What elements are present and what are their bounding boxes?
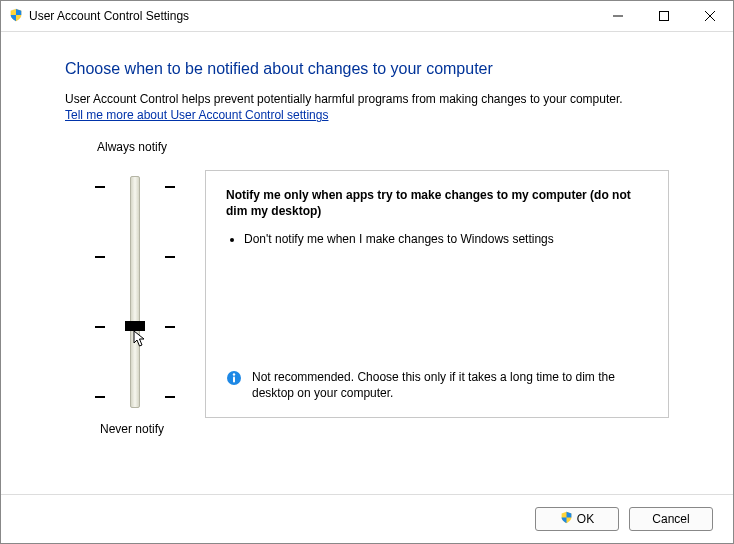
page-description: User Account Control helps prevent poten…: [65, 92, 689, 106]
level-note: Not recommended. Choose this only if it …: [226, 369, 648, 401]
level-description-panel: Notify me only when apps try to make cha…: [205, 170, 669, 418]
page-heading: Choose when to be notified about changes…: [65, 60, 689, 78]
learn-more-link[interactable]: Tell me more about User Account Control …: [65, 108, 328, 122]
slider-track: [130, 176, 140, 408]
content-area: Choose when to be notified about changes…: [1, 32, 733, 436]
level-bullet-item: Don't notify me when I make changes to W…: [244, 231, 648, 247]
dialog-footer: OK Cancel: [1, 494, 733, 543]
svg-rect-1: [660, 12, 669, 21]
level-bullet-list: Don't notify me when I make changes to W…: [244, 231, 648, 247]
cancel-button-label: Cancel: [652, 512, 689, 526]
svg-point-5: [233, 373, 235, 375]
uac-settings-window: User Account Control Settings Choose whe…: [0, 0, 734, 544]
uac-shield-icon: [9, 8, 23, 25]
slider-thumb[interactable]: [125, 321, 145, 331]
notification-level-slider[interactable]: [65, 168, 205, 416]
slider-tick: [65, 256, 205, 258]
info-icon: [226, 370, 242, 390]
window-title: User Account Control Settings: [29, 9, 189, 23]
ok-button-label: OK: [577, 512, 594, 526]
minimize-button[interactable]: [595, 1, 641, 31]
slider-tick: [65, 396, 205, 398]
maximize-button[interactable]: [641, 1, 687, 31]
level-title: Notify me only when apps try to make cha…: [226, 187, 648, 219]
slider-label-always: Always notify: [59, 140, 205, 154]
titlebar: User Account Control Settings: [1, 1, 733, 32]
ok-button[interactable]: OK: [535, 507, 619, 531]
uac-shield-icon: [560, 511, 573, 527]
cancel-button[interactable]: Cancel: [629, 507, 713, 531]
slider-label-never: Never notify: [59, 422, 205, 436]
close-button[interactable]: [687, 1, 733, 31]
slider-column: Always notify Never notify: [65, 140, 205, 436]
svg-rect-6: [233, 376, 235, 382]
slider-tick: [65, 186, 205, 188]
level-note-text: Not recommended. Choose this only if it …: [252, 369, 648, 401]
